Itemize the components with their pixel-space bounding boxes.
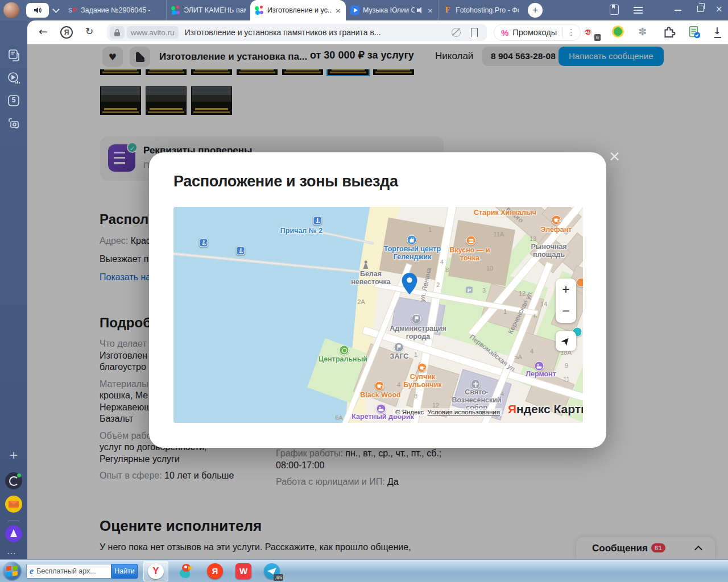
yandex-icon: Я	[207, 563, 223, 579]
browser-tab[interactable]: SPЗадание №2906045 -	[64, 0, 166, 20]
map-copyright: © ЯндексУсловия использования	[393, 408, 502, 416]
map-poi-burger-icon	[466, 236, 476, 246]
back-button[interactable]: ←	[39, 25, 48, 38]
tab-close-icon[interactable]: ×	[427, 6, 433, 15]
map-poi-label: Белая невесточка	[345, 271, 396, 286]
promocodes-chip[interactable]: % Промокоды ⋮	[494, 24, 581, 41]
zoom-in-button[interactable]: +	[556, 278, 576, 300]
menu-icon[interactable]	[634, 7, 643, 8]
map-poi-label: Торговый центр Геленджик	[380, 246, 445, 261]
reload-button[interactable]: ↻	[85, 26, 93, 37]
yandex-map[interactable]: + − © ЯндексУсловия использования Яндекс…	[173, 207, 583, 423]
url-field[interactable]: www.avito.ru Изготовление и установка па…	[107, 24, 487, 41]
avito-dot	[176, 6, 179, 9]
document-check-extension-icon[interactable]	[688, 26, 702, 39]
yandex-maps-logo[interactable]: Яндекс Карты	[508, 402, 583, 416]
browser-tab[interactable]: ЭЛИТ КАМЕНЬ памя	[166, 0, 250, 20]
browser-tab[interactable]: FFotohosting.Pro - Фот	[438, 0, 523, 20]
taskbar-telegram[interactable]: .65	[259, 561, 284, 581]
map-poi-anchor-icon	[200, 239, 208, 247]
sidebar-tabs-counter[interactable]: 5	[7, 94, 20, 107]
browser-tab[interactable]: Музыка Юлии С×	[346, 0, 438, 20]
window-close-button[interactable]: ×	[715, 4, 723, 14]
yandex-browser-icon: Y	[148, 563, 164, 579]
terms-link[interactable]: Условия использования	[427, 409, 500, 415]
map-poi-label: Причал № 2	[280, 227, 322, 235]
sidebar-add-icon[interactable]: +	[7, 449, 20, 463]
map-house-number: 1	[414, 351, 417, 358]
profile-avatar[interactable]	[3, 2, 19, 18]
location-modal: Расположение и зоны выезда	[149, 152, 606, 448]
tab-title: Fotohosting.Pro - Фот	[456, 6, 519, 14]
taskbar-parrot-app[interactable]	[174, 561, 199, 581]
yandex-button[interactable]: Я	[60, 26, 73, 39]
green-extension-icon[interactable]	[612, 26, 624, 38]
avito-favicon	[255, 6, 264, 15]
avito-dot	[172, 10, 176, 15]
sidebar-messenger-icon[interactable]	[5, 472, 22, 489]
site-domain[interactable]: www.avito.ru	[127, 26, 179, 39]
extensions-puzzle-icon[interactable]	[663, 26, 677, 39]
sidebar-music-icon[interactable]	[7, 71, 20, 85]
chevron-down-icon[interactable]	[52, 6, 60, 13]
map-house-number: 1	[503, 308, 507, 315]
sidebar-mail-icon[interactable]	[5, 496, 22, 513]
taskbar-yandex-app[interactable]: Я	[202, 561, 228, 581]
map-house-number: 8	[414, 393, 417, 400]
avito-dot	[260, 6, 263, 9]
sidebar-alice-icon[interactable]	[5, 525, 22, 542]
desktop-screen: SPЗадание №2906045 -ЭЛИТ КАМЕНЬ памяИзго…	[0, 0, 728, 582]
map-poi-anchor-icon	[313, 217, 322, 225]
bookmark-icon[interactable]	[471, 28, 478, 37]
map-house-number: 4	[530, 348, 533, 355]
more-options-icon[interactable]: ⋮	[567, 27, 576, 38]
logo-rest: ндекс Карты	[516, 402, 583, 415]
map-house-number: 9	[565, 362, 568, 369]
map-house-number: 10	[486, 265, 493, 272]
window-minimize-button[interactable]	[675, 10, 681, 11]
tab-title: ЭЛИТ КАМЕНЬ памя	[184, 6, 246, 14]
sidebar-panels-icon[interactable]	[7, 48, 20, 62]
zoom-out-button[interactable]: −	[556, 300, 576, 322]
adblock-letters: AB	[585, 30, 592, 35]
map-locate-button[interactable]	[556, 331, 576, 351]
map-poi-park-icon	[340, 346, 349, 355]
tabs-strip: SPЗадание №2906045 -ЭЛИТ КАМЕНЬ памяИзго…	[64, 0, 523, 20]
sidebar-screenshot-icon[interactable]	[7, 117, 20, 130]
lock-icon[interactable]	[110, 26, 125, 39]
tab-sound-button[interactable]	[26, 3, 49, 18]
search-find-button[interactable]: Найти	[111, 564, 138, 579]
map-poi-label: Рыночная площадь	[525, 243, 573, 259]
sp-letter: P	[72, 7, 76, 14]
flower-extension-icon[interactable]: ✽	[638, 26, 652, 39]
modal-close-button[interactable]: ×	[609, 148, 621, 164]
taskbar-yandex-browser[interactable]: Y	[143, 561, 168, 581]
map-house-number: 5А	[514, 354, 522, 360]
downloads-icon[interactable]: ↓	[713, 26, 727, 39]
browser-tab[interactable]: Изготовление и ус...×	[250, 0, 346, 20]
map-poi-anchor-icon	[237, 247, 245, 255]
new-tab-button[interactable]: +	[528, 3, 543, 18]
taskbar-wps-office[interactable]: W	[231, 561, 256, 581]
map-poi-bag-icon	[407, 235, 417, 245]
map-poi-cup-icon	[375, 381, 384, 391]
map-house-number: 11	[563, 376, 569, 383]
search-text: Бесплатный арх...	[36, 567, 96, 575]
logo-first-letter: Я	[508, 402, 516, 415]
taskbar-search-box[interactable]: e Бесплатный арх...	[26, 564, 111, 579]
bookmarks-panel-icon[interactable]	[610, 5, 619, 15]
map-poi-church-icon	[471, 380, 481, 389]
map-house-number: 1	[428, 226, 432, 233]
turbo-off-icon[interactable]	[452, 28, 461, 37]
tab-title: Изготовление и ус...	[267, 6, 332, 14]
window-restore-button[interactable]	[697, 6, 704, 12]
map-poi-cup-icon	[552, 215, 561, 225]
browser-sidebar: 5 + ⋯	[0, 20, 27, 559]
start-button[interactable]	[2, 562, 22, 581]
ie-icon: e	[30, 567, 34, 576]
map-poi-flag-icon	[394, 343, 404, 352]
tab-close-icon[interactable]: ×	[335, 6, 341, 15]
percent-icon: %	[501, 28, 508, 38]
adblock-extension-icon[interactable]: AB 6	[585, 26, 598, 39]
map-zoom-control: + −	[556, 278, 576, 323]
